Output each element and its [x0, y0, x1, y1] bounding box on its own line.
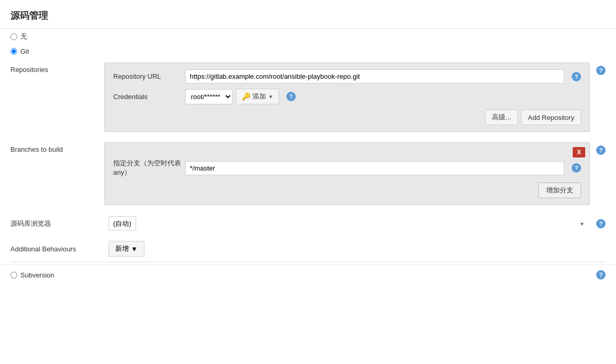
credentials-label: Credentials: [113, 93, 181, 101]
scm-git-label[interactable]: Git: [20, 47, 29, 55]
new-behaviour-arrow-icon: ▼: [131, 245, 138, 253]
branch-field-label: 指定分支（为空时代表any）: [113, 159, 181, 177]
page: 源码管理 无 Git Repositories Repository URL ?…: [0, 0, 616, 364]
credentials-help-icon[interactable]: ?: [286, 92, 296, 101]
subversion-help-icon[interactable]: ?: [596, 270, 606, 280]
source-browser-label: 源码库浏览器: [10, 219, 104, 228]
branch-input[interactable]: [185, 161, 564, 175]
branch-help-icon[interactable]: ?: [572, 163, 581, 173]
scm-none-label[interactable]: 无: [20, 32, 27, 41]
repositories-help-col: ?: [593, 63, 606, 75]
delete-branch-button[interactable]: X: [573, 147, 585, 157]
section-divider: [10, 262, 606, 262]
credential-controls: root/****** 🔑 添加 ▼: [185, 89, 279, 104]
repositories-section: Repositories Repository URL ? Credential…: [0, 58, 616, 136]
source-browser-select-wrapper: (自动): [108, 216, 589, 230]
scm-subversion-radio[interactable]: [10, 272, 17, 278]
repo-button-row: 高级... Add Repository: [113, 110, 581, 125]
add-branch-button[interactable]: 增加分支: [538, 183, 581, 198]
additional-behaviours-label: Additional Behaviours: [10, 245, 104, 253]
scm-git-radio[interactable]: [10, 48, 17, 55]
dropdown-arrow-icon: ▼: [268, 94, 273, 100]
new-behaviour-label: 新增: [115, 244, 129, 253]
source-browser-row: 源码库浏览器 (自动) ?: [0, 211, 616, 236]
additional-behaviours-row: Additional Behaviours 新增 ▼: [0, 236, 616, 262]
key-icon: 🔑: [241, 92, 250, 101]
add-credential-label: 添加: [252, 92, 266, 101]
repo-url-input[interactable]: [185, 69, 564, 83]
repositories-label: Repositories: [10, 63, 104, 74]
branches-label: Branches to build: [10, 142, 104, 153]
credentials-select[interactable]: root/******: [185, 89, 233, 104]
repositories-content: Repository URL ? Credentials root/******…: [104, 63, 590, 132]
git-option-row: Git: [0, 44, 616, 58]
branches-help-col: ?: [593, 142, 606, 155]
advanced-button[interactable]: 高级...: [485, 110, 518, 125]
new-behaviour-button[interactable]: 新增 ▼: [108, 241, 144, 257]
scm-none-radio[interactable]: [10, 33, 17, 40]
add-repository-button[interactable]: Add Repository: [521, 110, 581, 125]
branches-content: X 指定分支（为空时代表any） ? 增加分支: [104, 142, 590, 205]
repo-url-row: Repository URL ?: [113, 69, 581, 83]
branches-section: Branches to build X 指定分支（为空时代表any） ? 增加分…: [0, 138, 616, 209]
source-browser-select[interactable]: (自动): [108, 216, 136, 230]
repo-url-help-icon[interactable]: ?: [572, 72, 581, 81]
add-credential-button[interactable]: 🔑 添加 ▼: [236, 89, 279, 104]
scm-subversion-label[interactable]: Subversion: [20, 271, 54, 279]
subversion-row: Subversion ?: [0, 264, 616, 285]
branch-button-row: 增加分支: [113, 183, 581, 198]
repositories-help-icon[interactable]: ?: [596, 66, 606, 75]
page-title: 源码管理: [0, 0, 616, 29]
branches-help-icon[interactable]: ?: [596, 145, 606, 155]
source-browser-help-icon[interactable]: ?: [596, 219, 606, 228]
credentials-row: Credentials root/****** 🔑 添加 ▼ ?: [113, 89, 581, 104]
repo-url-label: Repository URL: [113, 72, 181, 80]
branch-row: 指定分支（为空时代表any） ?: [113, 159, 581, 177]
none-option-row: 无: [0, 29, 616, 44]
